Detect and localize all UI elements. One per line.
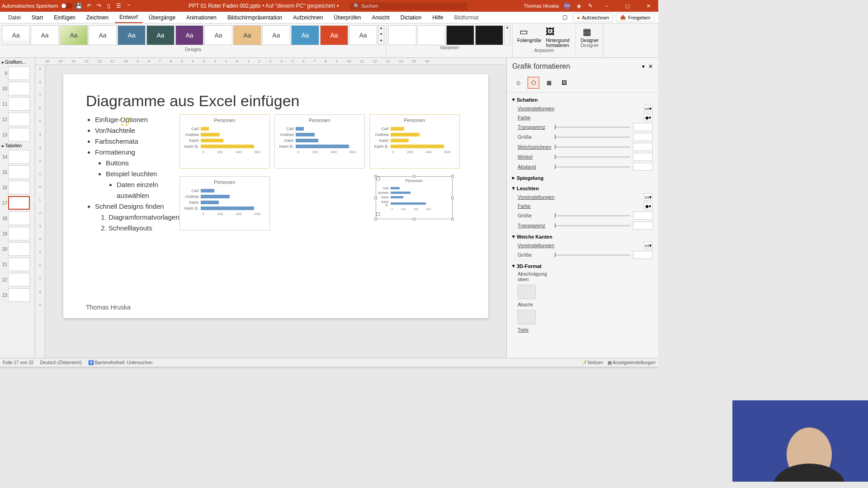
panel-section-tabellen[interactable]: ▸Tabellen	[0, 142, 35, 149]
schatten-weich-input[interactable]	[633, 143, 653, 151]
picture-icon[interactable]: 🖼	[558, 77, 570, 89]
onenote-icon[interactable]: 📓	[146, 368, 159, 369]
schatten-transparenz-slider[interactable]	[555, 127, 630, 128]
variant-1[interactable]	[388, 25, 416, 45]
slide-thumb-14[interactable]: 14	[0, 149, 35, 164]
powerpoint-icon[interactable]: 📊	[74, 368, 87, 369]
design-theme-11[interactable]: Aa	[291, 25, 319, 45]
kanten-groesse-slider[interactable]	[555, 254, 630, 256]
slide-canvas[interactable]: Diagramme aus Excel einfügen Einfüge-Opt…	[63, 74, 488, 318]
design-theme-3[interactable]: Aa	[60, 25, 88, 45]
tab-zeichnen[interactable]: Zeichnen	[82, 13, 113, 23]
chart-5-selected[interactable]: Personen Carl Andrew Karin Karin B. 0200…	[376, 176, 453, 219]
aufzeichnen-button[interactable]: ●Aufzeichnen	[573, 13, 613, 22]
variants-more[interactable]: ▾	[504, 25, 510, 45]
pane-dropdown-icon[interactable]: ▾	[642, 63, 645, 70]
visio-icon[interactable]: 🔷	[161, 368, 174, 369]
user-avatar[interactable]: TH	[563, 2, 571, 9]
slide-thumb-9[interactable]: 9	[0, 66, 35, 81]
autosave-toggle[interactable]	[61, 3, 73, 9]
app-icon-4[interactable]: ⬛	[190, 368, 203, 369]
schatten-winkel-input[interactable]	[633, 153, 653, 161]
leuchten-groesse-input[interactable]	[633, 211, 653, 220]
fill-line-icon[interactable]: ◇	[512, 77, 524, 89]
effects-icon[interactable]: ⬠	[528, 77, 539, 89]
slide-thumb-13[interactable]: 13	[0, 127, 35, 142]
schatten-farbe[interactable]: ◆▾	[644, 114, 653, 121]
kanten-preset[interactable]: ▭▾	[644, 242, 653, 249]
slide-bullets[interactable]: Einfüge-Optionen Vor/Nachteile Farbschem…	[86, 114, 179, 234]
designs-scroll-up[interactable]: ▴	[378, 26, 384, 32]
telegram-icon[interactable]: ✈	[175, 368, 188, 369]
status-anzeige[interactable]: ▦ Anzeigeeinstellungen	[608, 360, 656, 365]
slide-thumb-18[interactable]: 18	[0, 211, 35, 226]
design-theme-5[interactable]: Aa	[118, 25, 146, 45]
status-notizen[interactable]: 📝 Notizen	[581, 360, 603, 365]
search-input[interactable]: 🔍 Suchen	[350, 2, 467, 10]
app-icon-6[interactable]: 🔵	[233, 368, 246, 369]
slide-thumb-22[interactable]: 22	[0, 272, 35, 287]
bevel-top-thumb[interactable]	[518, 285, 536, 299]
tab-bildformat[interactable]: Bildformat	[449, 13, 483, 23]
chart-4[interactable]: Personen Carl Andrew Karin Karin B. 0200…	[179, 176, 270, 230]
tab-hilfe[interactable]: Hilfe	[428, 13, 448, 23]
tab-bildschirm[interactable]: Bildschirmpräsentation	[223, 13, 287, 23]
section-weiche-kanten[interactable]: ▾ Weiche Kanten	[512, 232, 653, 241]
design-theme-2[interactable]: Aa	[31, 25, 59, 45]
tab-einfuegen[interactable]: Einfügen	[49, 13, 80, 23]
firefox-icon[interactable]: 🦊	[31, 368, 43, 369]
schatten-groesse-slider[interactable]	[555, 136, 630, 138]
coming-soon-icon[interactable]: ✎	[587, 2, 594, 9]
slide-thumb-20[interactable]: 20	[0, 241, 35, 257]
chrome-icon[interactable]: 🌐	[45, 368, 58, 369]
schatten-weich-slider[interactable]	[555, 146, 630, 148]
status-barrierefreiheit[interactable]: ♿ Barrierefreiheit: Untersuchen	[88, 360, 153, 365]
design-theme-7[interactable]: Aa	[175, 25, 203, 45]
start-menu-icon[interactable]: ⊞	[2, 368, 14, 369]
tab-datei[interactable]: Datei	[4, 13, 25, 23]
slide-thumb-11[interactable]: 11	[0, 96, 35, 112]
section-leuchten[interactable]: ▾ Leuchten	[512, 184, 653, 192]
section-spiegelung[interactable]: ▸ Spiegelung	[512, 174, 653, 182]
slide-thumb-16[interactable]: 16	[0, 180, 35, 195]
variant-4[interactable]	[475, 25, 503, 45]
chart-1[interactable]: Personen Carl Andrew Karin Karin B. 0200…	[179, 114, 270, 169]
app-icon-8[interactable]: 📄	[262, 368, 275, 369]
design-theme-10[interactable]: Aa	[262, 25, 290, 45]
app-icon-2[interactable]: 📷	[118, 368, 130, 369]
slide-thumb-23[interactable]: 23	[0, 287, 35, 303]
schatten-transparenz-input[interactable]	[633, 123, 653, 131]
schatten-abstand-slider[interactable]	[555, 166, 630, 168]
collapse-ribbon-icon[interactable]: ▢	[560, 13, 570, 22]
schatten-groesse-input[interactable]	[633, 133, 653, 141]
schatten-winkel-slider[interactable]	[555, 156, 630, 158]
excel-icon[interactable]: 📗	[277, 368, 289, 369]
slide-thumb-12[interactable]: 12	[0, 112, 35, 127]
size-props-icon[interactable]: ▦	[543, 77, 555, 89]
app-icon-1[interactable]: 💬	[89, 368, 101, 369]
app-icon-5[interactable]: ◐	[219, 368, 231, 369]
tab-dictation[interactable]: Dictation	[396, 13, 426, 23]
leuchten-groesse-slider[interactable]	[555, 215, 630, 216]
status-folie[interactable]: Folie 17 von 32	[3, 360, 33, 365]
pane-close-icon[interactable]: ✕	[648, 63, 653, 70]
hintergrund-button[interactable]: 🖼 Hintergrund formatieren	[544, 25, 571, 48]
explorer-icon[interactable]: 📁	[16, 368, 29, 369]
tab-uebergaenge[interactable]: Übergänge	[144, 13, 180, 23]
designer-button[interactable]: ▦ Designer	[580, 25, 599, 43]
tab-ansicht[interactable]: Ansicht	[367, 13, 394, 23]
diamond-icon[interactable]: ◈	[575, 2, 582, 9]
save-icon[interactable]: 💾	[75, 2, 83, 9]
tab-animationen[interactable]: Animationen	[182, 13, 221, 23]
design-theme-8[interactable]: Aa	[204, 25, 232, 45]
app-icon-3[interactable]: 🔴	[132, 368, 145, 369]
variant-3[interactable]	[446, 25, 474, 45]
app-icon-7[interactable]: 🎨	[248, 368, 260, 369]
schatten-preset[interactable]: ▭▾	[644, 105, 653, 112]
kanten-groesse-input[interactable]	[633, 251, 653, 259]
qat-more-icon[interactable]: ⁼	[125, 2, 132, 9]
schatten-abstand-input[interactable]	[633, 163, 653, 171]
redo-icon[interactable]: ↷	[95, 2, 103, 9]
section-3d-format[interactable]: ▾ 3D-Format	[512, 262, 653, 270]
slide-thumb-15[interactable]: 15	[0, 164, 35, 180]
